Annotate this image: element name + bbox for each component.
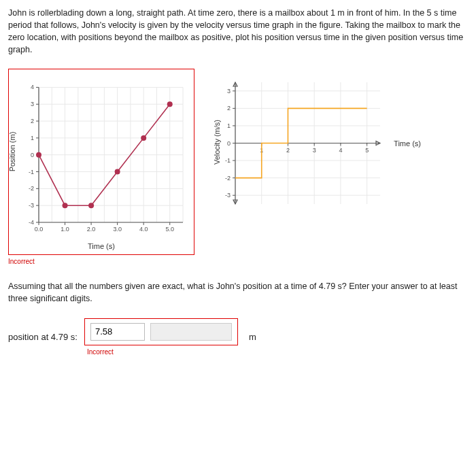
svg-text:0: 0 [31,151,34,158]
charts-row: Position (m) 0.01.02.03.04.05.0-4-3-2-10… [8,69,468,265]
svg-text:2: 2 [31,118,34,124]
incorrect-label-answer: Incorrect [87,348,238,356]
svg-text:0.0: 0.0 [35,226,44,233]
svg-text:3: 3 [313,146,316,153]
answer-box [84,318,238,345]
svg-text:-1: -1 [29,168,34,175]
velocity-chart: Velocity (m/s) 12345-3-2-10123 Time (s) [215,77,388,211]
followup-question: Assuming that all the numbers given are … [8,280,468,305]
svg-text:-4: -4 [29,219,34,226]
answer-unit: m [249,332,256,342]
answer-label: position at 4.79 s: [8,332,78,342]
svg-text:1: 1 [227,122,231,129]
incorrect-label-chart: Incorrect [8,258,194,265]
position-ylabel: Position (m) [8,131,16,171]
svg-text:-2: -2 [225,174,231,181]
svg-text:-3: -3 [29,202,34,209]
svg-point-54 [63,203,68,208]
position-chart-wrapper: Position (m) 0.01.02.03.04.05.0-4-3-2-10… [8,69,194,265]
svg-text:-3: -3 [225,192,231,199]
svg-text:3: 3 [31,101,34,107]
svg-text:2: 2 [227,105,231,112]
svg-text:-2: -2 [29,185,34,192]
svg-text:0: 0 [227,139,231,146]
svg-point-55 [88,203,94,208]
svg-text:1.0: 1.0 [61,226,69,233]
svg-point-58 [167,101,173,107]
svg-point-57 [141,135,146,140]
problem-statement: John is rollerblading down a long, strai… [8,7,468,56]
svg-point-53 [36,152,41,157]
svg-text:4: 4 [31,84,34,90]
position-chart-svg: 0.01.02.03.04.05.0-4-3-2-101234 [13,73,190,240]
svg-text:2: 2 [286,146,290,153]
velocity-xlabel: Time (s) [394,139,421,148]
answer-box-group: Incorrect [84,318,238,356]
answer-row: position at 4.79 s: Incorrect m [8,318,468,356]
velocity-chart-svg: 12345-3-2-10123 [215,77,388,209]
position-xlabel: Time (s) [33,242,169,250]
svg-text:2.0: 2.0 [87,226,96,233]
svg-text:3: 3 [227,87,231,94]
position-chart[interactable]: Position (m) 0.01.02.03.04.05.0-4-3-2-10… [8,69,194,255]
svg-text:4: 4 [339,146,342,153]
svg-text:4.0: 4.0 [139,226,148,233]
svg-text:3.0: 3.0 [113,226,122,233]
svg-text:5: 5 [365,146,369,153]
answer-input[interactable] [90,323,145,341]
answer-bar [150,323,232,341]
svg-point-56 [115,169,120,174]
svg-text:5.0: 5.0 [165,226,174,233]
svg-text:1: 1 [31,134,34,141]
svg-text:-1: -1 [225,157,231,164]
velocity-ylabel: Velocity (m/s) [213,119,221,164]
